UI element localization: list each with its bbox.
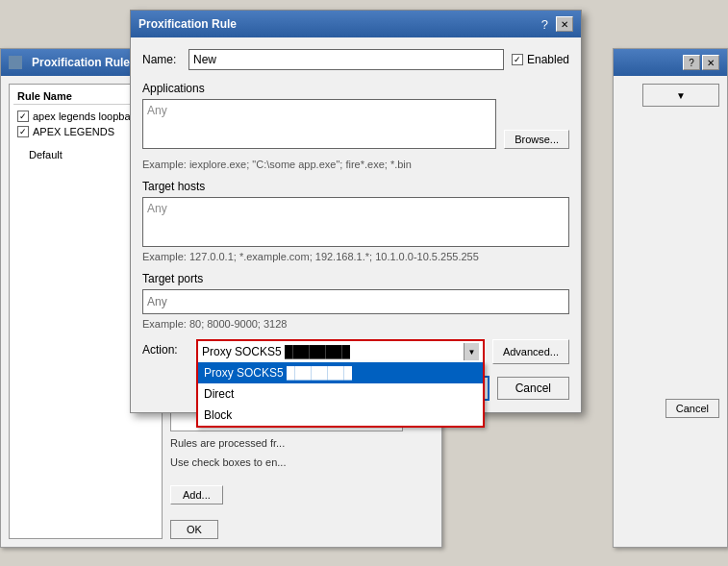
- applications-label: Applications: [142, 82, 569, 95]
- target-ports-example: Example: 80; 8000-9000; 3128: [142, 318, 569, 330]
- bg2-cancel-btn[interactable]: Cancel: [665, 399, 719, 418]
- bg-window2-titlebar: ? ✕: [614, 49, 727, 76]
- action-select-container: Proxy SOCKS5 ████████ ▼ Proxy SOCKS5 ███…: [196, 339, 485, 364]
- add-button[interactable]: Add...: [170, 485, 223, 504]
- dropdown-item-block[interactable]: Block: [198, 405, 483, 426]
- list-item-label-1: apex legends loopback: [33, 111, 141, 122]
- action-row: Action: Proxy SOCKS5 ████████ ▼ Proxy SO…: [142, 339, 569, 364]
- bg2-close-btn[interactable]: ✕: [702, 55, 719, 70]
- main-dialog: Proxification Rule ? ✕ Name: Enabled App…: [130, 10, 582, 413]
- dialog-controls: ? ✕: [538, 16, 573, 32]
- bg-use-text: Use check boxes to en...: [170, 455, 403, 470]
- applications-example: Example: iexplore.exe; "C:\some app.exe"…: [142, 159, 569, 170]
- applications-textarea[interactable]: Any: [142, 99, 496, 149]
- cancel-button[interactable]: Cancel: [497, 377, 569, 400]
- target-hosts-value: Any: [147, 202, 167, 215]
- enabled-label: Enabled: [527, 53, 569, 66]
- bg-ok-button[interactable]: OK: [170, 520, 218, 539]
- applications-value: Any: [147, 104, 167, 117]
- dialog-body: Name: Enabled Applications Any Browse...…: [131, 37, 581, 376]
- window-icon: [9, 56, 22, 69]
- target-ports-label: Target ports: [142, 272, 569, 285]
- name-label: Name:: [142, 53, 181, 66]
- dropdown-item-proxy[interactable]: Proxy SOCKS5 ████████: [198, 362, 483, 383]
- bg-window-title: Proxification Rule: [9, 56, 130, 69]
- enabled-checkbox[interactable]: [512, 54, 523, 65]
- dropdown-item-direct[interactable]: Direct: [198, 383, 483, 405]
- target-hosts-label: Target hosts: [142, 180, 569, 193]
- advanced-button[interactable]: Advanced...: [492, 339, 569, 364]
- browse-button[interactable]: Browse...: [504, 130, 569, 149]
- target-hosts-section: Target hosts Any Example: 127.0.0.1; *.e…: [142, 180, 569, 262]
- bg-window-title-text: Proxification Rule: [32, 56, 130, 69]
- default-label: Default: [29, 149, 63, 160]
- dialog-help-btn[interactable]: ?: [538, 17, 552, 32]
- list-item-label-2: APEX LEGENDS: [33, 126, 114, 137]
- action-label: Action:: [142, 339, 188, 357]
- target-ports-input[interactable]: [142, 289, 569, 314]
- dialog-titlebar: Proxification Rule ? ✕: [131, 11, 581, 37]
- action-select[interactable]: Proxy SOCKS5 ████████ ▼: [196, 339, 485, 364]
- list-item-checkbox-2[interactable]: [17, 126, 29, 137]
- dialog-close-btn[interactable]: ✕: [556, 16, 573, 32]
- background-window-right: ? ✕ ▼ Cancel: [613, 48, 728, 548]
- action-select-value: Proxy SOCKS5 ████████: [202, 345, 464, 358]
- dropdown-menu: Proxy SOCKS5 ████████ Direct Block: [196, 362, 485, 428]
- target-ports-section: Target ports Example: 80; 8000-9000; 312…: [142, 272, 569, 330]
- target-hosts-textarea[interactable]: Any: [142, 197, 569, 247]
- target-hosts-example: Example: 127.0.0.1; *.example.com; 192.1…: [142, 251, 569, 262]
- bg2-help-btn[interactable]: ?: [683, 55, 700, 70]
- enabled-check: Enabled: [512, 53, 569, 66]
- dialog-title: Proxification Rule: [138, 17, 237, 31]
- bg-rules-text: Rules are processed fr...: [170, 435, 403, 451]
- applications-browse-row: Any Browse...: [142, 99, 569, 149]
- select-arrow-icon: ▼: [464, 343, 479, 360]
- name-row: Name: Enabled: [142, 49, 569, 70]
- bg2-dropdown[interactable]: ▼: [642, 84, 719, 107]
- name-input[interactable]: [188, 49, 504, 70]
- applications-section: Applications Any Browse... Example: iexp…: [142, 82, 569, 170]
- list-item-checkbox-1[interactable]: [17, 111, 29, 122]
